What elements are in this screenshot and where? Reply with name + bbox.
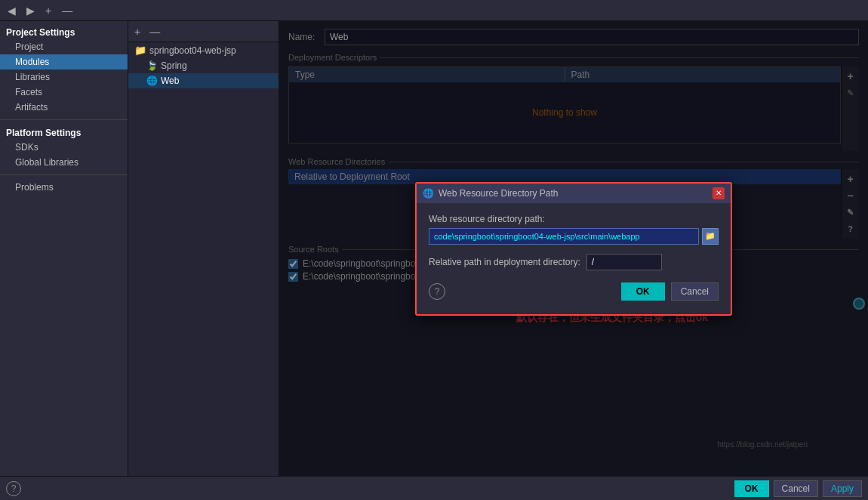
modal-folder-button[interactable]: 📁 [702, 228, 719, 245]
sidebar-item-project[interactable]: Project [0, 39, 128, 54]
sidebar-item-modules[interactable]: Modules [0, 54, 128, 69]
bottom-right: OK Cancel Apply [734, 480, 862, 497]
modal-footer: ? OK Cancel [429, 282, 719, 304]
back-button[interactable]: ◀ [5, 5, 19, 17]
modal-overlay: 🌐 Web Resource Directory Path ✕ Web reso… [279, 21, 868, 476]
toolbar: ◀ ▶ + — [0, 0, 868, 21]
bottom-left: ? [6, 481, 21, 496]
sidebar-divider-2 [0, 174, 128, 175]
tree-panel: + — 📁 springboot04-web-jsp 🍃 Spring 🌐 We… [128, 21, 279, 476]
modal-actions: OK Cancel [621, 282, 719, 301]
tree-remove-button[interactable]: — [146, 26, 163, 38]
modal-close-button[interactable]: ✕ [713, 187, 725, 199]
tree-item-spring[interactable]: 🍃 Spring [128, 58, 279, 73]
sidebar: Project Settings Project Modules Librari… [0, 21, 128, 476]
sidebar-item-libraries[interactable]: Libraries [0, 69, 128, 85]
platform-settings-header: Platform Settings [0, 125, 128, 140]
bottom-bar: ? OK Cancel Apply [0, 476, 868, 500]
web-icon: 🌐 [146, 76, 158, 86]
sidebar-item-artifacts[interactable]: Artifacts [0, 100, 128, 115]
sidebar-item-problems[interactable]: Problems [0, 180, 128, 195]
bottom-help-icon: ? [11, 483, 17, 494]
tree-item-project[interactable]: 📁 springboot04-web-jsp [128, 42, 279, 58]
modal-relative-label: Relative path in deployment directory: [429, 257, 580, 267]
main-layout: Project Settings Project Modules Librari… [0, 21, 868, 476]
modal-titlebar: 🌐 Web Resource Directory Path ✕ [417, 184, 731, 203]
modal-help-icon: ? [435, 286, 440, 297]
sidebar-item-global-libraries[interactable]: Global Libraries [0, 155, 128, 170]
sidebar-item-facets[interactable]: Facets [0, 85, 128, 100]
bottom-apply-button[interactable]: Apply [823, 480, 862, 497]
sidebar-divider [0, 119, 128, 120]
modal-path-row: 📁 [429, 228, 719, 245]
modal-relative-input[interactable] [586, 254, 662, 270]
forward-button[interactable]: ▶ [23, 5, 38, 17]
modal-title-icon: 🌐 [423, 188, 434, 199]
folder-icon: 📁 [134, 45, 146, 56]
modal-path-input[interactable] [429, 228, 699, 245]
tree-add-button[interactable]: + [131, 26, 143, 38]
bottom-help-button[interactable]: ? [6, 481, 21, 496]
detail-panel: Name: Deployment Descriptors Type Path N… [279, 21, 868, 476]
modal-dialog: 🌐 Web Resource Directory Path ✕ Web reso… [415, 182, 732, 316]
modal-relative-row: Relative path in deployment directory: [429, 254, 719, 270]
modal-help-button[interactable]: ? [429, 283, 445, 300]
bottom-ok-button[interactable]: OK [734, 480, 769, 497]
bottom-cancel-button[interactable]: Cancel [774, 480, 818, 497]
modal-body: Web resource directory path: 📁 Relative … [417, 203, 731, 314]
modal-ok-button[interactable]: OK [621, 282, 665, 301]
tree-toolbar: + — [128, 21, 279, 42]
content-area: + — 📁 springboot04-web-jsp 🍃 Spring 🌐 We… [128, 21, 868, 476]
tree-item-web[interactable]: 🌐 Web [128, 73, 279, 88]
modal-web-resource-label: Web resource directory path: [429, 214, 719, 224]
modal-cancel-button[interactable]: Cancel [671, 282, 719, 301]
modal-title: 🌐 Web Resource Directory Path [423, 188, 559, 199]
sidebar-item-sdks[interactable]: SDKs [0, 140, 128, 155]
project-settings-header: Project Settings [0, 24, 128, 39]
spring-icon: 🍃 [146, 60, 158, 71]
folder-browse-icon: 📁 [705, 231, 716, 241]
add-button[interactable]: + [42, 5, 54, 17]
remove-button[interactable]: — [59, 5, 75, 17]
